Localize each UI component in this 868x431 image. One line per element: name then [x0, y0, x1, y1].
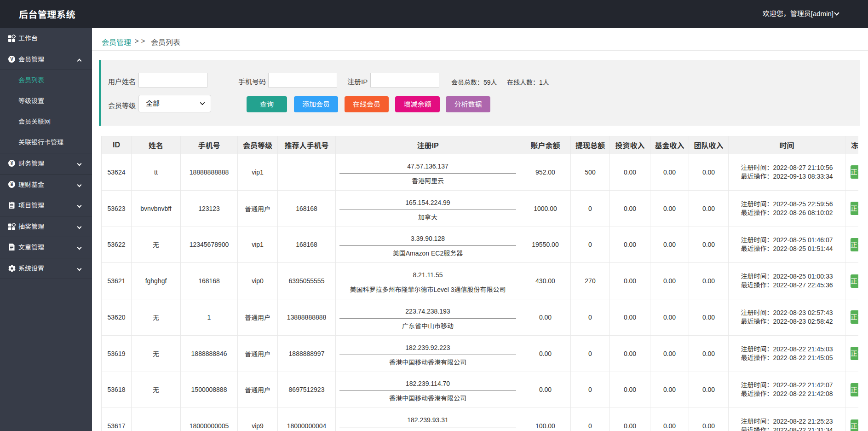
svg-text:¥: ¥: [10, 160, 13, 166]
svg-text:V: V: [10, 57, 13, 62]
svg-text:¥: ¥: [10, 181, 13, 187]
